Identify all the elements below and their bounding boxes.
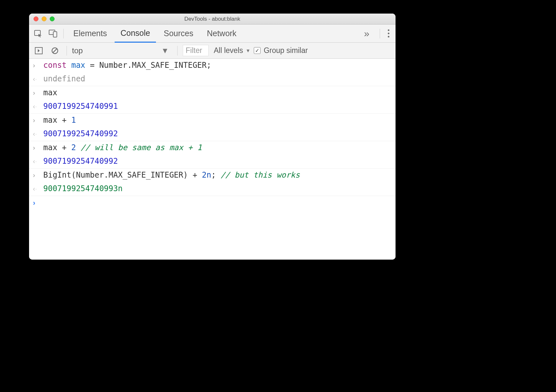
minimize-window-button[interactable]	[42, 16, 46, 21]
console-input-line: ›BigInt(Number.MAX_SAFE_INTEGER) + 2n; /…	[29, 169, 396, 182]
group-similar-checkbox[interactable]: ✓	[254, 47, 261, 54]
code: max + 2 // will be same as max + 1	[43, 143, 202, 152]
titlebar: DevTools - about:blank	[29, 14, 396, 25]
log-level-label: All levels	[214, 46, 243, 55]
close-window-button[interactable]	[34, 16, 38, 21]
settings-menu-icon[interactable]	[384, 29, 393, 37]
input-chevron-icon: ›	[33, 88, 39, 97]
context-selector[interactable]: top ▼	[72, 46, 172, 55]
divider	[177, 46, 178, 56]
tab-console[interactable]: Console	[115, 25, 156, 43]
context-label: top	[72, 46, 83, 55]
output-chevron-icon: ‹·	[33, 129, 39, 138]
code: undefined	[43, 74, 85, 83]
svg-rect-2	[53, 32, 57, 37]
console-toolbar: top ▼ Filter All levels ▼ ✓ Group simila…	[29, 43, 396, 59]
code: 9007199254740992	[43, 157, 118, 166]
dropdown-arrow-icon: ▼	[246, 48, 251, 53]
prompt-chevron-icon: ›	[33, 198, 39, 207]
code: const max = Number.MAX_SAFE_INTEGER;	[43, 61, 211, 70]
code: BigInt(Number.MAX_SAFE_INTEGER) + 2n; //…	[43, 170, 300, 180]
tabs-overflow-icon[interactable]: »	[357, 28, 376, 39]
output-chevron-icon: ‹·	[33, 102, 39, 110]
input-chevron-icon: ›	[33, 61, 39, 69]
console-input-line: ›max	[29, 86, 396, 100]
console-output-line: ‹·9007199254740992	[29, 127, 396, 141]
console-input-line: ›max + 1	[29, 114, 396, 127]
maximize-window-button[interactable]	[50, 16, 55, 21]
filter-input[interactable]: Filter	[183, 45, 209, 56]
log-level-selector[interactable]: All levels ▼	[212, 46, 251, 55]
code: 9007199254740993n	[43, 184, 123, 193]
code: 9007199254740992	[43, 129, 118, 138]
input-chevron-icon: ›	[33, 170, 39, 179]
devtools-window: DevTools - about:blank Elements Console …	[29, 14, 396, 260]
group-similar-label: Group similar	[264, 46, 308, 55]
input-chevron-icon: ›	[33, 143, 39, 151]
clear-console-icon[interactable]	[48, 44, 61, 57]
output-chevron-icon: ‹·	[33, 74, 39, 83]
divider	[380, 29, 380, 38]
console-output[interactable]: ›const max = Number.MAX_SAFE_INTEGER;‹·u…	[29, 59, 396, 260]
tab-elements[interactable]: Elements	[67, 25, 113, 42]
code: max + 1	[43, 116, 76, 125]
svg-line-5	[53, 49, 57, 53]
divider	[63, 29, 64, 38]
prompt-input[interactable]	[43, 198, 48, 207]
code: max	[43, 88, 57, 97]
window-title: DevTools - about:blank	[29, 16, 396, 22]
console-output-line: ‹·9007199254740992	[29, 155, 396, 169]
input-chevron-icon: ›	[33, 116, 39, 124]
dropdown-arrow-icon: ▼	[161, 46, 169, 55]
output-chevron-icon: ‹·	[33, 184, 39, 192]
console-prompt[interactable]: ›	[29, 196, 396, 210]
inspect-element-icon[interactable]	[32, 27, 45, 40]
console-output-line: ‹·undefined	[29, 72, 396, 86]
console-output-line: ‹·9007199254740993n	[29, 182, 396, 196]
device-toolbar-icon[interactable]	[46, 27, 59, 40]
traffic-lights	[29, 16, 55, 21]
toggle-sidebar-icon[interactable]	[32, 44, 45, 57]
code: 9007199254740991	[43, 102, 118, 111]
console-input-line: ›const max = Number.MAX_SAFE_INTEGER;	[29, 59, 396, 72]
divider	[67, 46, 67, 56]
output-chevron-icon: ‹·	[33, 157, 39, 165]
console-output-line: ‹·9007199254740991	[29, 100, 396, 114]
console-input-line: ›max + 2 // will be same as max + 1	[29, 141, 396, 155]
tab-network[interactable]: Network	[201, 25, 242, 42]
devtools-tabs: Elements Console Sources Network »	[29, 25, 396, 43]
tab-sources[interactable]: Sources	[158, 25, 199, 42]
